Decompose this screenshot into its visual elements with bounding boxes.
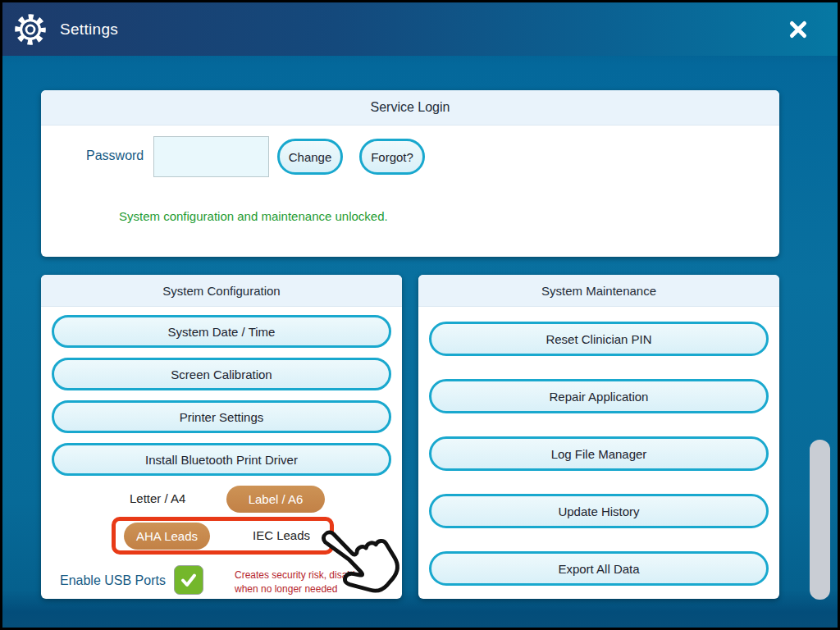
log-file-manager-button[interactable]: Log File Manager xyxy=(429,436,769,471)
settings-screen: Settings Service Login Password Change F… xyxy=(0,0,840,630)
system-maintenance-panel: System Maintenance Reset Clinician PIN R… xyxy=(418,275,779,599)
password-input[interactable] xyxy=(153,136,269,177)
update-history-button[interactable]: Update History xyxy=(429,494,769,528)
printer-settings-button[interactable]: Printer Settings xyxy=(52,400,391,433)
scrollbar-thumb[interactable] xyxy=(810,440,830,600)
system-configuration-panel: System Configuration System Date / Time … xyxy=(41,275,402,599)
system-configuration-title: System Configuration xyxy=(41,275,402,307)
unlock-status-message: System configuration and maintenance unl… xyxy=(119,209,388,223)
page-title: Settings xyxy=(60,21,118,39)
export-all-data-button[interactable]: Export All Data xyxy=(429,551,769,586)
password-row: Password Change Forgot? xyxy=(41,136,779,177)
paper-toggle-option-letter-a4[interactable]: Letter / A4 xyxy=(130,491,185,505)
repair-application-button[interactable]: Repair Application xyxy=(429,379,769,413)
leads-toggle-option-aha[interactable]: AHA Leads xyxy=(124,523,210,550)
system-date-time-button[interactable]: System Date / Time xyxy=(52,315,391,348)
paper-size-toggle: Letter / A4 Label / A6 xyxy=(41,486,402,512)
service-login-title: Service Login xyxy=(41,90,779,126)
reset-clinician-pin-button[interactable]: Reset Clinician PIN xyxy=(429,322,769,356)
install-bluetooth-print-driver-button[interactable]: Install Bluetooth Print Driver xyxy=(52,443,391,476)
usb-ports-row: Enable USB Ports Creates security risk, … xyxy=(41,565,402,598)
password-label: Password xyxy=(86,148,144,163)
system-maintenance-title: System Maintenance xyxy=(418,275,779,307)
close-icon xyxy=(788,19,809,40)
screen-calibration-button[interactable]: Screen Calibration xyxy=(52,358,391,390)
configuration-buttons: System Date / Time Screen Calibration Pr… xyxy=(52,315,391,476)
enable-usb-ports-checkbox[interactable] xyxy=(174,565,203,595)
service-login-panel: Service Login Password Change Forgot? Sy… xyxy=(41,90,779,257)
close-button[interactable] xyxy=(780,11,816,48)
gear-icon xyxy=(12,11,48,48)
usb-security-warning: Creates security risk, disable when no l… xyxy=(235,568,360,596)
title-bar: Settings xyxy=(2,2,838,56)
leads-toggle: AHA Leads IEC Leads xyxy=(41,523,402,549)
enable-usb-ports-label: Enable USB Ports xyxy=(60,573,166,588)
paper-toggle-option-label-a6[interactable]: Label / A6 xyxy=(226,486,325,513)
leads-toggle-option-iec[interactable]: IEC Leads xyxy=(253,528,310,542)
maintenance-buttons: Reset Clinician PIN Repair Application L… xyxy=(429,322,769,586)
forgot-password-button[interactable]: Forgot? xyxy=(359,139,425,175)
checkmark-icon xyxy=(179,570,199,590)
change-password-button[interactable]: Change xyxy=(277,139,343,175)
